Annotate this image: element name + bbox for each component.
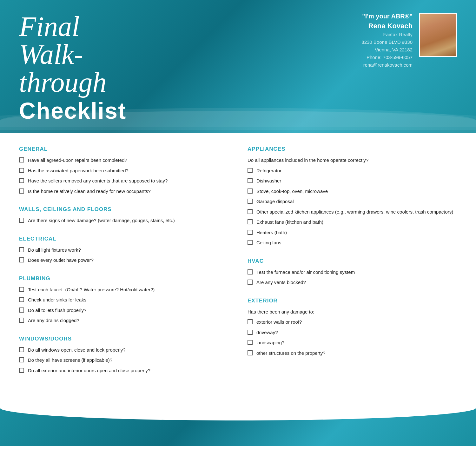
- checklist-exterior: exterior walls or roof? driveway? landsc…: [248, 319, 457, 357]
- list-item: Have all agreed-upon repairs been comple…: [19, 157, 228, 164]
- list-item: Ceiling fans: [248, 239, 457, 247]
- item-text: Is the home relatively clean and ready f…: [28, 188, 151, 195]
- list-item: Do all light fixtures work?: [19, 247, 228, 254]
- list-item: Dishwasher: [248, 177, 457, 185]
- item-text: Other specialized kitchen appliances (e.…: [256, 208, 453, 216]
- checkbox-icon[interactable]: [248, 230, 253, 235]
- checkbox-icon[interactable]: [19, 318, 24, 323]
- agent-details: Fairfax Realty 8230 Boone BLVD #330 Vien…: [361, 31, 413, 69]
- list-item: Do all toilets flush properly?: [19, 307, 228, 314]
- item-text: Do all light fixtures work?: [28, 247, 81, 254]
- checklist-electrical: Do all light fixtures work? Does every o…: [19, 247, 228, 264]
- section-general: GENERAL Have all agreed-upon repairs bee…: [19, 146, 228, 195]
- list-item: Does every outlet have power?: [19, 257, 228, 264]
- checkbox-icon[interactable]: [248, 168, 253, 173]
- list-item: Do all windows open, close and lock prop…: [19, 347, 228, 354]
- checkbox-icon[interactable]: [19, 218, 24, 223]
- agent-name: Rena Kovach: [361, 22, 413, 30]
- section-appliances: APPLIANCES Do all appliances included in…: [248, 146, 457, 247]
- checkbox-icon[interactable]: [248, 319, 253, 324]
- checkbox-icon[interactable]: [248, 350, 253, 355]
- item-text: Are any drains clogged?: [28, 317, 79, 324]
- checkbox-icon[interactable]: [248, 269, 253, 274]
- checkbox-icon[interactable]: [19, 297, 24, 302]
- checklist-walls: Are there signs of new damage? (water da…: [19, 217, 228, 224]
- item-text: Do they all have screens (if applicable)…: [28, 357, 112, 364]
- list-item: Check under sinks for leaks: [19, 296, 228, 304]
- list-item: Garbage disposal: [248, 198, 457, 205]
- section-exterior: EXTERIOR Has there been any damage to: e…: [248, 298, 457, 357]
- list-item: Has the associated paperwork been submit…: [19, 167, 228, 175]
- checkbox-icon[interactable]: [19, 307, 24, 313]
- list-item: exterior walls or roof?: [248, 319, 457, 326]
- item-text: other structures on the property?: [256, 350, 326, 357]
- list-item: other structures on the property?: [248, 350, 457, 357]
- item-text: Does every outlet have power?: [28, 257, 94, 264]
- checkbox-icon[interactable]: [19, 368, 24, 373]
- section-walls: WALLS, CEILINGS AND FLOORS Are there sig…: [19, 206, 228, 224]
- checklist-windows-doors: Do all windows open, close and lock prop…: [19, 347, 228, 374]
- checkbox-icon[interactable]: [19, 347, 24, 352]
- section-title-walls: WALLS, CEILINGS AND FLOORS: [19, 206, 228, 213]
- checkbox-icon[interactable]: [19, 287, 24, 292]
- agent-address1: 8230 Boone BLVD #330: [361, 38, 413, 46]
- checkbox-icon[interactable]: [248, 330, 253, 335]
- checkbox-icon[interactable]: [19, 157, 24, 162]
- item-text: Garbage disposal: [256, 198, 294, 205]
- agent-email: rena@renakovach.com: [361, 61, 413, 69]
- item-text: Have the sellers removed any contents th…: [28, 177, 168, 185]
- agent-company: Fairfax Realty: [361, 31, 413, 38]
- list-item: driveway?: [248, 329, 457, 336]
- item-text: exterior walls or roof?: [256, 319, 302, 326]
- header-section: Final Walk-through Checklist "I'm your A…: [0, 0, 476, 133]
- checkbox-icon[interactable]: [19, 168, 24, 173]
- checkbox-icon[interactable]: [248, 340, 253, 345]
- bottom-wave-decoration: [0, 405, 476, 446]
- title-checklist: Checklist: [19, 98, 162, 124]
- checklist-plumbing: Test each faucet. (On/off? Water pressur…: [19, 286, 228, 324]
- checkbox-icon[interactable]: [248, 209, 253, 214]
- item-text: Are any vents blocked?: [256, 279, 306, 286]
- list-item: landscaping?: [248, 339, 457, 347]
- item-text: Refrigerator: [256, 167, 281, 175]
- item-text: driveway?: [256, 329, 278, 336]
- list-item: Are any drains clogged?: [19, 317, 228, 324]
- checkbox-icon[interactable]: [248, 188, 253, 194]
- section-hvac: HVAC Test the furnace and/or air conditi…: [248, 258, 457, 286]
- checkbox-icon[interactable]: [19, 357, 24, 362]
- item-text-dishwasher: Dishwasher: [256, 177, 281, 185]
- item-text: Exhaust fans (kitchen and bath): [256, 219, 323, 226]
- section-plumbing: PLUMBING Test each faucet. (On/off? Wate…: [19, 275, 228, 324]
- agent-address2: Vienna, VA 22182: [361, 46, 413, 54]
- checkbox-icon[interactable]: [248, 199, 253, 204]
- list-item: Are there signs of new damage? (water da…: [19, 217, 228, 224]
- agent-card: "I'm your ABR®" Rena Kovach Fairfax Real…: [361, 13, 457, 69]
- item-text: Test the furnace and/or air conditioning…: [256, 269, 355, 276]
- list-item: Do they all have screens (if applicable)…: [19, 357, 228, 364]
- checkbox-icon[interactable]: [19, 178, 24, 183]
- title-final: Final: [19, 13, 162, 41]
- section-electrical: ELECTRICAL Do all light fixtures work? D…: [19, 236, 228, 264]
- list-item: Test the furnace and/or air conditioning…: [248, 269, 457, 276]
- checklist-hvac: Test the furnace and/or air conditioning…: [248, 269, 457, 286]
- checkbox-icon[interactable]: [248, 280, 253, 285]
- checkbox-icon[interactable]: [19, 188, 24, 194]
- agent-tagline: "I'm your ABR®": [361, 13, 413, 20]
- list-item: Stove, cook-top, oven, microwave: [248, 188, 457, 195]
- checkbox-icon[interactable]: [19, 247, 24, 252]
- checkbox-icon[interactable]: [248, 178, 253, 183]
- item-text: Do all toilets flush properly?: [28, 307, 86, 314]
- exterior-intro: Has there been any damage to:: [248, 308, 457, 316]
- item-text: Do all windows open, close and lock prop…: [28, 347, 126, 354]
- item-text: Ceiling fans: [256, 239, 281, 247]
- checkbox-icon[interactable]: [248, 219, 253, 224]
- list-item: Refrigerator: [248, 167, 457, 175]
- checkbox-icon[interactable]: [248, 240, 253, 245]
- section-title-plumbing: PLUMBING: [19, 275, 228, 282]
- checkbox-icon[interactable]: [19, 257, 24, 262]
- item-text: Test each faucet. (On/off? Water pressur…: [28, 286, 155, 294]
- section-title-hvac: HVAC: [248, 258, 457, 264]
- agent-info: "I'm your ABR®" Rena Kovach Fairfax Real…: [361, 13, 413, 69]
- section-windows-doors: WINDOWS/DOORS Do all windows open, close…: [19, 336, 228, 374]
- list-item: Is the home relatively clean and ready f…: [19, 188, 228, 195]
